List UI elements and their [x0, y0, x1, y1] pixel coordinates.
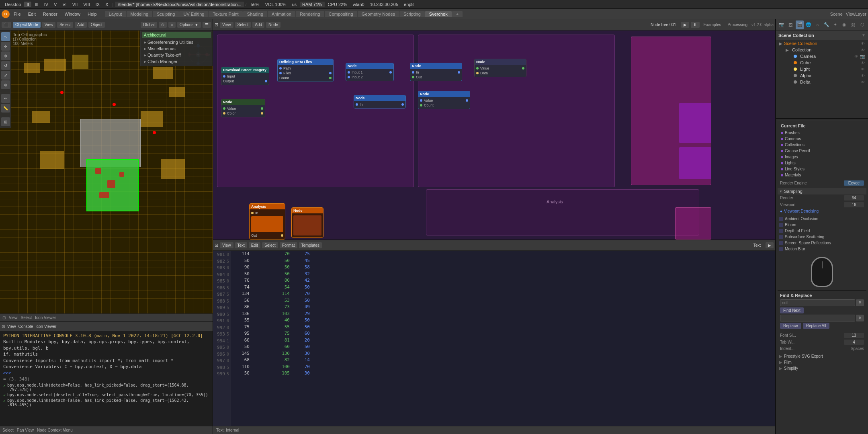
node-pause-btn[interactable]: ⏸	[691, 22, 700, 28]
node-left-1[interactable]: Node Value Color	[221, 99, 265, 117]
prop-icon-world[interactable]: 🌐	[805, 20, 813, 29]
font-size-value[interactable]: 13	[844, 333, 864, 338]
eye-icon[interactable]: 👁	[861, 41, 865, 46]
tab-uv-editing[interactable]: UV Editing	[179, 11, 208, 17]
prop-icon-physics[interactable]: ◉	[840, 20, 848, 29]
tab-rendering[interactable]: Rendering	[296, 11, 324, 17]
file-grease-pencil[interactable]: Grease Pencil	[779, 148, 865, 154]
text-templates-menu[interactable]: Templates	[299, 242, 322, 248]
prop-icon-particles[interactable]: ✦	[831, 20, 839, 29]
node-center-1[interactable]: Defining DEM Files Path Files Count	[277, 59, 334, 82]
file-materials[interactable]: Materials	[779, 172, 865, 178]
replace-all-btn[interactable]: Replace All	[803, 323, 829, 329]
view-menu-btn[interactable]: View	[42, 22, 56, 28]
sc-scene[interactable]: ▶ Scene Collection 👁	[776, 40, 868, 47]
sc-camera[interactable]: Camera 👁 📷	[776, 53, 868, 59]
text-content[interactable]: 1147075505045905058505032708042745450134…	[231, 251, 775, 426]
console-pan-view[interactable]: Pan View	[17, 428, 34, 432]
sys-workspace-9[interactable]: IX	[93, 2, 102, 7]
find-input[interactable]	[780, 299, 855, 306]
prop-icon-object[interactable]: ○	[813, 20, 821, 29]
tab-width-value[interactable]: 4	[844, 340, 864, 345]
transform-tool[interactable]: ⊕	[1, 80, 10, 89]
menu-render[interactable]: Render	[40, 11, 61, 17]
3d-viewport[interactable]: ↖ ✛ ✥ ↺ ⤢ ⊕ ✏ 📏 ⊞ Top Orthographic (1) C…	[0, 31, 213, 313]
prop-icon-constraints[interactable]: ⛓	[849, 20, 857, 29]
node-select-menu[interactable]: Select	[235, 22, 251, 28]
eye-icon[interactable]: 👁	[861, 48, 865, 52]
georef-item[interactable]: Georeferencing Utilities	[142, 39, 211, 45]
snap-btn[interactable]: ⊙	[159, 22, 167, 28]
motion-blur-row[interactable]: Motion Blur	[778, 246, 866, 252]
view-layer-selector[interactable]: ViewLayer	[846, 12, 866, 16]
grid-icon[interactable]: ⊞	[1, 117, 10, 126]
scene-selector[interactable]: Scene	[830, 12, 843, 16]
tab-texture-paint[interactable]: Texture Paint	[209, 11, 242, 17]
ssr-row[interactable]: Screen Space Reflections	[778, 240, 866, 246]
console-select[interactable]: Select	[2, 428, 14, 432]
sss-checkbox[interactable]	[779, 235, 783, 239]
node-download-street[interactable]: Download Street Imagery Input Output	[221, 67, 269, 85]
sys-workspace-7[interactable]: VII	[70, 2, 80, 7]
sys-workspace-8[interactable]: VIII	[81, 2, 92, 7]
film-row[interactable]: ▶ Film	[778, 359, 866, 365]
viewport-icon-btn[interactable]: ⬛	[2, 22, 11, 28]
ao-checkbox[interactable]	[779, 217, 783, 221]
tab-add[interactable]: +	[452, 11, 463, 17]
file-collections[interactable]: Collections	[779, 142, 865, 148]
node-mid-1[interactable]: Node In	[354, 95, 406, 108]
prop-icon-output[interactable]: 🖼	[786, 20, 794, 29]
sc-cube[interactable]: Cube 👁	[776, 59, 868, 66]
prop-icon-scene[interactable]: 🎬	[796, 20, 804, 29]
sc-filter-icon[interactable]: ▼	[862, 33, 866, 37]
text-text-menu[interactable]: Text	[235, 242, 247, 248]
file-images[interactable]: Images	[779, 154, 865, 160]
tab-scripting[interactable]: Scripting	[399, 11, 425, 17]
sys-workspace-2[interactable]: II	[24, 2, 31, 7]
text-format-menu[interactable]: Format	[280, 242, 297, 248]
annotate-tool[interactable]: ✏	[1, 94, 10, 103]
add-menu-btn[interactable]: Add	[75, 22, 87, 28]
eye-icon[interactable]: 👁	[861, 80, 865, 84]
tab-sverchok[interactable]: Sverchok	[425, 11, 452, 17]
menu-edit[interactable]: Edit	[25, 11, 39, 17]
node-mid-2[interactable]: Node Value Count	[418, 91, 470, 109]
find-clear-btn[interactable]: ✕	[856, 299, 864, 306]
menu-help[interactable]: Help	[84, 11, 100, 17]
menu-file[interactable]: File	[10, 11, 24, 17]
sys-workspace-5[interactable]: V	[51, 2, 59, 7]
simplify-row[interactable]: ▶ Simplify	[778, 365, 866, 371]
sys-workspace-4[interactable]: IV	[42, 2, 51, 7]
node-orange-2[interactable]: Node	[291, 207, 323, 238]
sc-light[interactable]: Light 👁	[776, 66, 868, 72]
file-cameras[interactable]: Cameras	[779, 136, 865, 142]
node-processing[interactable]: Processing	[725, 23, 749, 27]
console-context-menu[interactable]: Node Context Menu	[37, 428, 73, 432]
text-view-menu[interactable]: View	[220, 242, 233, 248]
clash-item[interactable]: Clash Manager	[142, 58, 211, 65]
text-select-menu[interactable]: Select	[262, 242, 278, 248]
prop-icon-modifier[interactable]: 🔧	[822, 20, 830, 29]
ambient-occlusion-row[interactable]: Ambient Occlusion	[778, 216, 866, 222]
tab-animation[interactable]: Animation	[268, 11, 295, 17]
sys-workspace-10[interactable]: X	[103, 2, 111, 7]
dof-checkbox[interactable]	[779, 229, 783, 233]
node-tree-selector[interactable]: NodeTree.001	[647, 22, 680, 28]
file-line-styles[interactable]: Line Styles	[779, 166, 865, 172]
select-menu-btn[interactable]: Select	[57, 22, 73, 28]
dof-row[interactable]: Depth of Field	[778, 228, 866, 234]
replace-input[interactable]	[780, 315, 855, 321]
viewport-overlay-btn[interactable]: ☰	[203, 22, 211, 28]
qty-item[interactable]: Quantity Take-off	[142, 52, 211, 58]
measure-tool[interactable]: 📏	[1, 104, 10, 113]
eye-icon[interactable]: 👁	[861, 74, 865, 78]
tab-sculpting[interactable]: Sculpting	[153, 11, 179, 17]
node-node-menu[interactable]: Node	[266, 22, 280, 28]
viewport-view-menu[interactable]: View	[9, 315, 18, 320]
eye-icon[interactable]: 👁	[854, 54, 858, 59]
viewport-add-menu[interactable]: Icon Viewer	[35, 315, 56, 320]
select-tool[interactable]: ↖	[1, 32, 10, 41]
transform-btn[interactable]: Global	[141, 22, 157, 28]
menu-window[interactable]: Window	[61, 11, 84, 17]
object-mode-btn[interactable]: Object Mode	[13, 22, 41, 28]
